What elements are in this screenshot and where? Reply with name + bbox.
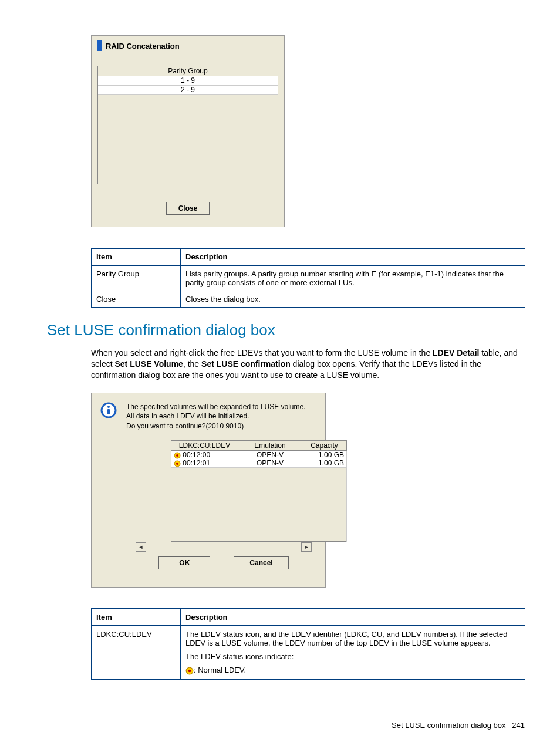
set-luse-confirmation-dialog: The specified volumes will be expanded t… — [91, 393, 326, 588]
ldev-normal-icon — [174, 460, 181, 467]
page-footer: Set LUSE confirmation dialog box 241 — [0, 721, 525, 730]
horizontal-scrollbar[interactable]: ◄ ► — [136, 542, 312, 552]
scroll-left-icon[interactable]: ◄ — [136, 542, 146, 552]
raid-concat-desc-table: Item Description Parity Group Lists pari… — [91, 248, 525, 308]
cell-desc: Lists parity groups. A parity group numb… — [181, 265, 525, 291]
cell-desc: The LDEV status icon, and the LDEV ident… — [181, 626, 525, 679]
table-row: Parity Group Lists parity groups. A pari… — [92, 265, 525, 291]
set-luse-desc-table: Item Description LDKC:CU:LDEV The LDEV s… — [91, 608, 525, 680]
cell-item: LDKC:CU:LDEV — [92, 626, 181, 679]
svg-point-1 — [107, 406, 110, 408]
column-header[interactable]: Parity Group — [98, 66, 278, 76]
svg-rect-2 — [107, 409, 110, 414]
title-mark — [97, 40, 102, 51]
cell-item: Close — [92, 291, 181, 308]
table-row[interactable]: 00:12:01 OPEN-V 1.00 GB — [171, 459, 347, 468]
svg-point-6 — [176, 463, 178, 465]
info-icon — [100, 402, 117, 418]
cell-desc: Closes the dialog box. — [181, 291, 525, 308]
ldev-normal-icon — [174, 452, 181, 459]
table-row: Close Closes the dialog box. — [92, 291, 525, 308]
col-capacity[interactable]: Capacity — [302, 441, 347, 451]
col-emulation[interactable]: Emulation — [238, 441, 302, 451]
svg-point-4 — [176, 454, 178, 457]
raid-concatenation-dialog: RAID Concatenation Parity Group 1 - 9 2 … — [91, 35, 285, 227]
col-description: Description — [181, 248, 525, 265]
col-description: Description — [181, 609, 525, 626]
parity-group-grid: Parity Group 1 - 9 2 - 9 — [97, 66, 278, 184]
cell-item: Parity Group — [92, 265, 181, 291]
table-row[interactable]: 00:12:00 OPEN-V 1.00 GB — [171, 451, 347, 460]
cancel-button[interactable]: Cancel — [234, 556, 288, 569]
confirmation-message: The specified volumes will be expanded t… — [126, 402, 306, 431]
dialog-title-bar: RAID Concatenation — [97, 40, 278, 51]
ok-button[interactable]: OK — [158, 556, 210, 569]
ldev-normal-icon — [185, 667, 194, 675]
col-ldkc-cu-ldev[interactable]: LDKC:CU:LDEV — [171, 441, 238, 451]
col-item: Item — [92, 609, 181, 626]
ldev-grid: LDKC:CU:LDEV Emulation Capacity 00:12:00… — [171, 440, 347, 542]
dialog-title: RAID Concatenation — [106, 42, 180, 50]
table-row[interactable]: 2 - 9 — [98, 86, 278, 95]
svg-point-8 — [188, 669, 191, 672]
section-heading: Set LUSE confirmation dialog box — [47, 321, 525, 339]
scroll-right-icon[interactable]: ► — [301, 542, 312, 552]
table-row[interactable]: 1 - 9 — [98, 76, 278, 86]
table-row: LDKC:CU:LDEV The LDEV status icon, and t… — [92, 626, 525, 679]
col-item: Item — [92, 248, 181, 265]
section-paragraph: When you select and right-click the free… — [91, 347, 525, 381]
close-button[interactable]: Close — [166, 202, 210, 215]
